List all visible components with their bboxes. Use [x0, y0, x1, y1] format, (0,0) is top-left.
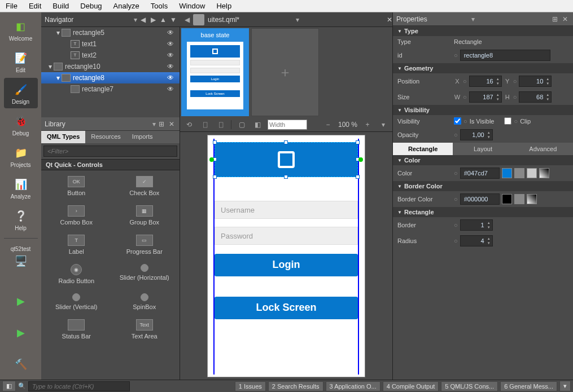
border-swatch[interactable] — [502, 194, 512, 204]
close-icon[interactable]: ✕ — [561, 15, 570, 24]
run-button[interactable]: ▶ — [4, 286, 38, 316]
nav-item-text2[interactable]: Ttext2👁 — [41, 50, 180, 61]
control-slider-h[interactable]: Slider (Horizontal) — [112, 261, 178, 288]
run-debug-button[interactable]: ▶ — [4, 318, 38, 348]
nav-back-icon[interactable]: ◀ — [138, 15, 147, 24]
mode-analyze[interactable]: 📊Analyze — [4, 173, 38, 203]
login-button[interactable]: Login — [215, 254, 358, 276]
control-groupbox[interactable]: ▦Group Box — [112, 202, 178, 229]
control-button[interactable]: OKButton — [43, 173, 110, 200]
control-label[interactable]: TLabel — [43, 231, 110, 258]
split-icon[interactable]: ⊞ — [157, 120, 166, 129]
state-base[interactable]: base state Login Lock Screen — [181, 28, 249, 116]
nav-item-text1[interactable]: Ttext1👁 — [41, 38, 180, 50]
tab-advanced[interactable]: Advanced — [513, 143, 573, 155]
section-rectangle[interactable]: Rectangle — [393, 207, 573, 217]
menu-tools[interactable]: Tools — [145, 0, 173, 12]
section-type[interactable]: Type — [393, 26, 573, 36]
close-icon[interactable]: ✕ — [167, 120, 176, 129]
nav-fwd-icon[interactable]: ▶ — [148, 15, 158, 24]
menu-file[interactable]: File — [0, 0, 23, 12]
add-state-button[interactable]: ＋ — [251, 28, 319, 116]
control-radiobutton[interactable]: ◉Radio Button — [43, 261, 110, 288]
id-input[interactable] — [460, 50, 550, 61]
file-prev-icon[interactable]: ◀ — [185, 16, 190, 24]
control-progressbar[interactable]: ▭Progress Bar — [112, 231, 178, 258]
props-dropdown-icon[interactable]: ▾ — [471, 15, 475, 23]
mode-projects[interactable]: 📁Projects — [4, 141, 38, 171]
library-filter-input[interactable] — [43, 146, 177, 157]
clip-checkbox[interactable] — [504, 117, 511, 125]
section-geometry[interactable]: Geometry — [393, 63, 573, 73]
pane-general[interactable]: 6 General Mess... — [500, 381, 557, 391]
light-swatch[interactable] — [527, 168, 537, 178]
nav-item-rectangle5[interactable]: ▾rectangle5👁 — [41, 27, 180, 38]
zoom-out-icon[interactable]: − — [322, 119, 334, 130]
width-input[interactable] — [268, 120, 307, 130]
pane-app-output[interactable]: 3 Application O... — [326, 381, 380, 391]
mode-welcome[interactable]: ◧Welcome — [4, 15, 38, 45]
mode-debug[interactable]: 🐞Debug — [4, 109, 38, 140]
menu-window[interactable]: Window — [173, 0, 211, 12]
section-border-color[interactable]: Border Color — [393, 181, 573, 191]
selected-rectangle[interactable] — [215, 142, 358, 177]
control-spinbox[interactable]: SpinBox — [112, 290, 178, 314]
password-field[interactable]: Password — [215, 227, 358, 245]
h-input[interactable]: 68▲▼ — [519, 91, 552, 103]
kit-selector[interactable]: qt52test🖥️ — [4, 242, 38, 272]
build-button[interactable]: 🔨 — [4, 349, 38, 380]
username-field[interactable]: Username — [215, 201, 358, 219]
control-statusbar[interactable]: Status Bar — [43, 316, 110, 343]
snap2-icon[interactable]: ⎕ — [215, 119, 226, 130]
nav-item-rectangle8[interactable]: ▾rectangle8👁 — [41, 72, 180, 83]
color-swatch[interactable] — [502, 168, 512, 178]
x-input[interactable]: 16▲▼ — [469, 76, 502, 87]
bound2-icon[interactable]: ◧ — [252, 119, 263, 130]
none-swatch[interactable] — [527, 194, 537, 204]
y-input[interactable]: 10▲▼ — [519, 76, 552, 87]
section-visibility[interactable]: Visibility — [393, 105, 573, 115]
zoom-menu-icon[interactable]: ▾ — [378, 119, 389, 130]
radius-input[interactable]: 4▲▼ — [460, 235, 493, 246]
sidebar-toggle-icon[interactable]: ◧ — [2, 381, 16, 391]
file-close-icon[interactable]: ✕ — [387, 16, 392, 24]
lock-button[interactable]: Lock Screen — [215, 297, 358, 319]
menu-build[interactable]: Build — [47, 0, 75, 12]
file-dropdown-icon[interactable]: ▾ — [296, 16, 299, 24]
opacity-input[interactable]: 1,00▲▼ — [460, 129, 493, 140]
tab-qml-types[interactable]: QML Types — [41, 131, 85, 143]
w-input[interactable]: 187▲▼ — [469, 91, 502, 103]
mode-help[interactable]: ❔Help — [4, 204, 38, 235]
navigator-dropdown-icon[interactable]: ▾ — [134, 16, 137, 24]
mode-edit[interactable]: 📝Edit — [4, 46, 38, 77]
tab-layout[interactable]: Layout — [453, 143, 513, 155]
isvisible-checkbox[interactable] — [454, 117, 461, 125]
tab-resources[interactable]: Resources — [85, 131, 126, 143]
nav-item-rectangle7[interactable]: rectangle7👁 — [41, 83, 180, 95]
border-color-input[interactable] — [460, 193, 500, 205]
panes-menu-icon[interactable]: ▾ — [559, 381, 571, 391]
pane-qml-console[interactable]: 5 QML/JS Cons... — [441, 381, 498, 391]
navigator-tree[interactable]: ▾rectangle5👁 Ttext1👁 Ttext2👁 ▾rectangle1… — [41, 27, 180, 117]
section-color[interactable]: Color — [393, 155, 573, 165]
control-slider-v[interactable]: Slider (Vertical) — [43, 290, 110, 314]
reset-icon[interactable]: ⟲ — [183, 119, 195, 130]
gradient-swatch[interactable] — [539, 168, 549, 178]
control-checkbox[interactable]: ✓Check Box — [112, 173, 178, 200]
tab-rectangle[interactable]: Rectangle — [393, 143, 453, 155]
nav-up-icon[interactable]: ▲ — [159, 15, 168, 24]
pane-issues[interactable]: 1 Issues — [235, 381, 266, 391]
menu-edit[interactable]: Edit — [23, 0, 47, 12]
menu-debug[interactable]: Debug — [75, 0, 107, 12]
design-page[interactable]: Username Password Login Lock Screen — [207, 135, 365, 377]
color-input[interactable] — [460, 168, 500, 179]
gray-swatch[interactable] — [514, 168, 524, 178]
pane-compile[interactable]: 4 Compile Output — [383, 381, 439, 391]
pane-search[interactable]: 2 Search Results — [268, 381, 323, 391]
nav-down-icon[interactable]: ▼ — [169, 15, 178, 24]
design-canvas[interactable]: Username Password Login Lock Screen — [180, 132, 392, 380]
border-width-input[interactable]: 1▲▼ — [460, 219, 493, 231]
zoom-in-icon[interactable]: + — [362, 119, 373, 130]
menu-help[interactable]: Help — [211, 0, 237, 12]
tab-imports[interactable]: Imports — [126, 131, 159, 143]
